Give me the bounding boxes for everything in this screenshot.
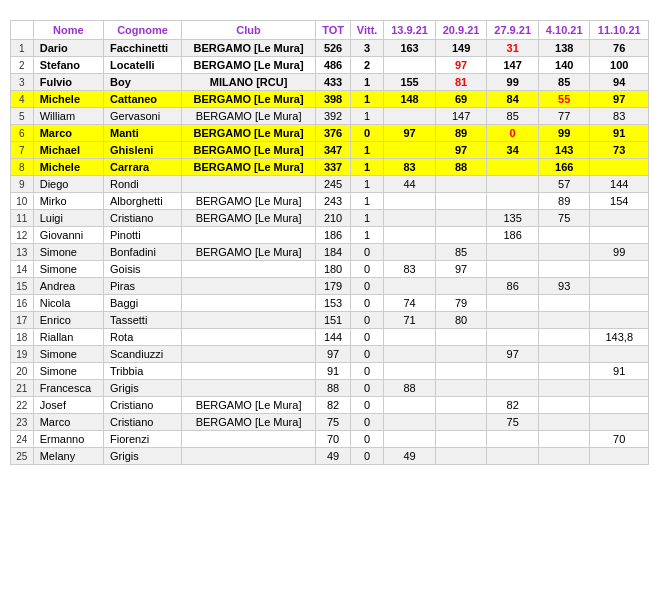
cell: 144 [316, 329, 351, 346]
cell: 55 [538, 91, 590, 108]
cell: 57 [538, 176, 590, 193]
cell: 83 [384, 159, 436, 176]
player-surname: Cristiano [104, 210, 182, 227]
cell: 97 [435, 57, 487, 74]
cell: 184 [316, 244, 351, 261]
column-header [11, 21, 34, 40]
player-surname: Cattaneo [104, 91, 182, 108]
column-header: 27.9.21 [487, 21, 539, 40]
cell [435, 346, 487, 363]
cell: 73 [590, 142, 649, 159]
cell: 97 [590, 91, 649, 108]
player-name: Marco [33, 414, 103, 431]
cell: 97 [384, 125, 436, 142]
table-row: 8MicheleCarraraBERGAMO [Le Mura]33718388… [11, 159, 649, 176]
cell: 163 [384, 40, 436, 57]
cell: 97 [435, 142, 487, 159]
player-surname: Grigis [104, 380, 182, 397]
cell: 44 [384, 176, 436, 193]
cell: 94 [590, 74, 649, 91]
cell: 25 [11, 448, 34, 465]
cell: 34 [487, 142, 539, 159]
player-club [181, 363, 315, 380]
cell: 91 [590, 363, 649, 380]
cell: 0 [350, 431, 383, 448]
player-club [181, 295, 315, 312]
cell [487, 431, 539, 448]
cell: 71 [384, 312, 436, 329]
player-club: BERGAMO [Le Mura] [181, 125, 315, 142]
player-name: Andrea [33, 278, 103, 295]
cell [384, 414, 436, 431]
cell: 392 [316, 108, 351, 125]
cell: 10 [11, 193, 34, 210]
cell: 1 [350, 227, 383, 244]
cell: 82 [487, 397, 539, 414]
player-surname: Manti [104, 125, 182, 142]
cell: 84 [487, 91, 539, 108]
cell: 1 [350, 91, 383, 108]
cell: 147 [435, 108, 487, 125]
cell: 19 [11, 346, 34, 363]
cell: 74 [384, 295, 436, 312]
player-name: Stefano [33, 57, 103, 74]
table-row: 1DarioFacchinettiBERGAMO [Le Mura]526316… [11, 40, 649, 57]
cell: 0 [350, 125, 383, 142]
cell: 79 [435, 295, 487, 312]
player-club [181, 346, 315, 363]
cell: 93 [538, 278, 590, 295]
cell: 433 [316, 74, 351, 91]
cell: 148 [384, 91, 436, 108]
player-club: BERGAMO [Le Mura] [181, 40, 315, 57]
cell: 75 [538, 210, 590, 227]
cell: 0 [350, 397, 383, 414]
cell [538, 380, 590, 397]
cell [435, 431, 487, 448]
player-name: Mirko [33, 193, 103, 210]
cell [435, 397, 487, 414]
cell [384, 244, 436, 261]
table-row: 16NicolaBaggi15307479 [11, 295, 649, 312]
cell [487, 329, 539, 346]
cell: 0 [350, 363, 383, 380]
player-name: Michael [33, 142, 103, 159]
cell: 21 [11, 380, 34, 397]
cell: 0 [350, 261, 383, 278]
cell: 166 [538, 159, 590, 176]
player-name: Josef [33, 397, 103, 414]
player-club: BERGAMO [Le Mura] [181, 108, 315, 125]
player-name: Diego [33, 176, 103, 193]
cell: 20 [11, 363, 34, 380]
cell [590, 414, 649, 431]
cell: 49 [316, 448, 351, 465]
player-surname: Fiorenzi [104, 431, 182, 448]
cell [487, 176, 539, 193]
cell: 1 [350, 159, 383, 176]
cell [384, 278, 436, 295]
cell [435, 363, 487, 380]
cell [590, 295, 649, 312]
player-surname: Ghisleni [104, 142, 182, 159]
player-name: Riallan [33, 329, 103, 346]
column-header: 20.9.21 [435, 21, 487, 40]
cell: 347 [316, 142, 351, 159]
column-header: 4.10.21 [538, 21, 590, 40]
cell: 0 [487, 125, 539, 142]
cell: 1 [350, 142, 383, 159]
player-surname: Grigis [104, 448, 182, 465]
table-row: 6MarcoMantiBERGAMO [Le Mura]376097890999… [11, 125, 649, 142]
cell [435, 380, 487, 397]
cell: 85 [435, 244, 487, 261]
table-row: 10MirkoAlborghettiBERGAMO [Le Mura]24318… [11, 193, 649, 210]
cell: 17 [11, 312, 34, 329]
cell: 13 [11, 244, 34, 261]
column-header: 13.9.21 [384, 21, 436, 40]
cell: 89 [538, 193, 590, 210]
player-name: Simone [33, 261, 103, 278]
cell [538, 329, 590, 346]
cell: 143,8 [590, 329, 649, 346]
column-header: 11.10.21 [590, 21, 649, 40]
table-row: 4MicheleCattaneoBERGAMO [Le Mura]3981148… [11, 91, 649, 108]
cell [435, 210, 487, 227]
table-row: 21FrancescaGrigis88088 [11, 380, 649, 397]
